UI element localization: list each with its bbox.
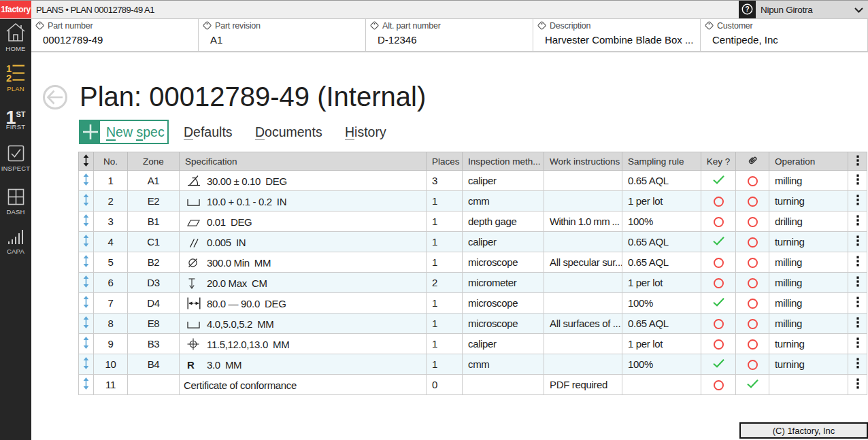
svg-text:2: 2 — [6, 73, 12, 82]
svg-text:?: ? — [745, 5, 749, 13]
